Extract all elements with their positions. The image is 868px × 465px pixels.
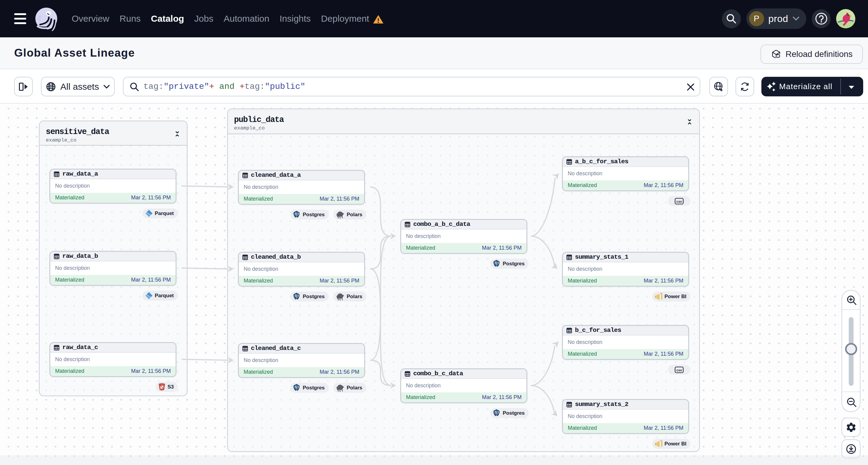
svg-text:csv: csv bbox=[677, 200, 682, 203]
svg-text:csv: csv bbox=[677, 368, 682, 372]
